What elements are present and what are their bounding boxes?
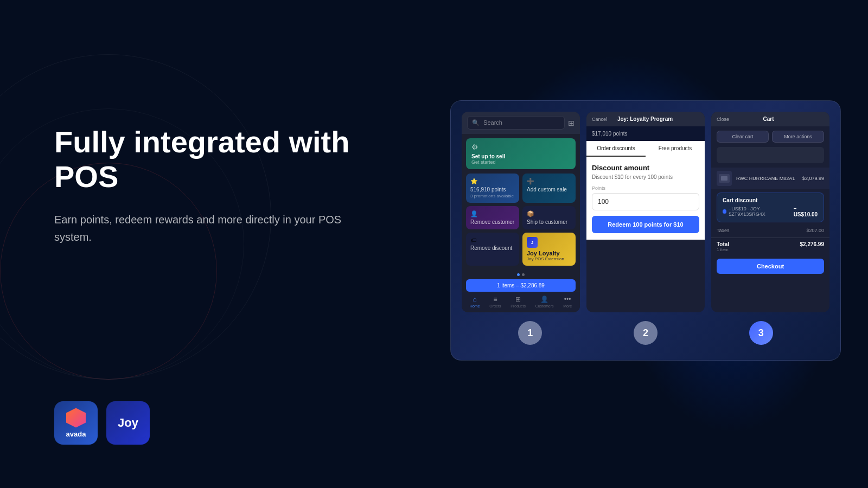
search-placeholder: Search [483, 119, 502, 126]
step-2: 2 [634, 321, 658, 345]
pos-header: 🔍 Search ⊞ [462, 112, 580, 134]
cart-actions: Clear cart More actions [711, 126, 829, 147]
pos-search[interactable]: 🔍 Search [467, 116, 565, 130]
joy-label: Joy [118, 416, 138, 430]
cart-header: Close Cart [711, 112, 829, 126]
more-icon: ••• [564, 296, 571, 303]
loyalty-tile[interactable]: ⭐ 516,910 points 3 promotions available [466, 174, 519, 203]
points-input[interactable]: 100 [592, 193, 699, 210]
left-content: Fully integrated with POS Earn points, r… [54, 125, 353, 246]
products-icon: ⊞ [515, 296, 521, 303]
avada-label: avada [66, 430, 86, 438]
orders-icon: ≡ [493, 296, 497, 303]
discount-icon: 🏷 [470, 237, 515, 243]
nav-customers[interactable]: 👤 Customers [535, 296, 554, 308]
cart-discount-title: Cart discount [723, 197, 818, 203]
loyalty-cancel-btn[interactable]: Cancel [592, 117, 607, 122]
nav-orders[interactable]: ≡ Orders [489, 296, 501, 308]
avada-icon [66, 408, 86, 428]
nav-more-label: More [563, 304, 572, 308]
pos-cart-bar[interactable]: 1 items – $2,286.89 [466, 279, 576, 292]
loyalty-program-title: Joy: Loyalty Program [617, 116, 673, 122]
tab-free-products[interactable]: Free products [646, 141, 705, 157]
tab-order-discounts[interactable]: Order discounts [586, 141, 646, 157]
loyalty-points-bar: $17,010 points [586, 126, 705, 141]
points-value: $17,010 points [592, 131, 628, 137]
subtitle: Earn points, redeem rewards and more dir… [54, 211, 353, 246]
product-img-icon [719, 174, 730, 183]
ship-to-customer-tile[interactable]: 📦 Ship to customer [522, 206, 576, 229]
discount-code: –US$10 · JOY-5ZT9X13SRG4X [729, 206, 791, 217]
remove-discount-tile[interactable]: 🏷 Remove discount [466, 233, 519, 266]
cart-close-btn[interactable]: Close [717, 117, 729, 122]
cart-discount-detail: –US$10 · JOY-5ZT9X13SRG4X –US$10.00 [723, 206, 818, 217]
product-price: $2,079.99 [802, 176, 824, 181]
nav-products[interactable]: ⊞ Products [510, 296, 526, 308]
step-1: 1 [518, 321, 542, 345]
product-image [717, 171, 732, 186]
loyalty-header: Cancel Joy: Loyalty Program [586, 112, 705, 126]
setup-title: Set up to sell [471, 153, 570, 159]
nav-more[interactable]: ••• More [563, 296, 572, 308]
customers-icon: 👤 [540, 296, 548, 303]
joy-icon: J [527, 237, 538, 248]
nav-home[interactable]: ⌂ Home [470, 296, 480, 308]
scan-icon: ⊞ [568, 119, 575, 127]
loyalty-promotions: 3 promotions available [470, 194, 515, 198]
remove-discount-label: Remove discount [470, 245, 515, 251]
cart-taxes-row: Taxes $207.00 [711, 226, 829, 235]
nav-home-label: Home [470, 304, 480, 308]
total-label-group: Total 1 item [717, 241, 729, 252]
discount-title: Discount amount [592, 164, 699, 172]
checkout-btn[interactable]: Checkout [717, 259, 824, 274]
main-title: Fully integrated with POS [54, 125, 353, 195]
cart-title: Cart [763, 116, 774, 122]
cart-screen: Close Cart Clear cart More actions RWC H… [711, 112, 829, 312]
partner-logos: avada Joy [54, 401, 150, 445]
remove-customer-tile[interactable]: 👤 Remove customer [466, 206, 519, 229]
step-1-label: 1 [527, 328, 533, 339]
svg-rect-1 [721, 176, 727, 181]
setup-icon: ⚙ [471, 143, 570, 151]
total-amount: $2,276.99 [800, 241, 825, 252]
loyalty-tabs: Order discounts Free products [586, 141, 705, 157]
discount-sub: Discount $10 for every 100 points [592, 174, 699, 180]
add-custom-sale-label: Add custom sale [527, 187, 571, 192]
product-name: RWC HURRICANE M82A1 [736, 176, 798, 181]
joy-logo: Joy [106, 401, 150, 445]
discount-dot [723, 209, 726, 214]
step-indicators: 1 2 3 [462, 312, 829, 349]
screens-row: 🔍 Search ⊞ ⚙ Set up to sell Get started … [462, 112, 829, 312]
showcase-container: 🔍 Search ⊞ ⚙ Set up to sell Get started … [450, 100, 841, 361]
joy-tile-sub: Joy POS Extension [527, 256, 571, 261]
points-input-label: Points [592, 185, 699, 191]
avada-logo: avada [54, 401, 98, 445]
step-3: 3 [749, 321, 773, 345]
redeem-btn[interactable]: Redeem 100 points for $10 [592, 216, 699, 233]
search-icon: 🔍 [472, 119, 480, 126]
cart-product-row: RWC HURRICANE M82A1 $2,079.99 [711, 168, 829, 189]
ship-icon: 📦 [527, 210, 571, 217]
discount-amount: –US$10.00 [794, 206, 818, 217]
loyalty-points: 516,910 points [470, 187, 515, 192]
joy-tile-title: Joy Loyalty [527, 250, 571, 256]
clear-cart-btn[interactable]: Clear cart [717, 131, 769, 143]
nav-products-label: Products [510, 304, 526, 308]
remove-customer-label: Remove customer [470, 219, 515, 225]
add-custom-sale-tile[interactable]: ➕ Add custom sale [522, 174, 576, 203]
loyalty-icon: ⭐ [470, 178, 515, 185]
joy-loyalty-tile[interactable]: J Joy Loyalty Joy POS Extension [522, 233, 576, 266]
ship-label: Ship to customer [527, 219, 571, 225]
cart-total-row: Total 1 item $2,276.99 [711, 237, 829, 255]
pos-grid: ⭐ 516,910 points 3 promotions available … [466, 174, 576, 266]
add-icon: ➕ [527, 178, 571, 185]
more-actions-btn[interactable]: More actions [772, 131, 824, 143]
step-3-label: 3 [758, 328, 764, 339]
total-label: Total [717, 241, 729, 247]
pos-screen: 🔍 Search ⊞ ⚙ Set up to sell Get started … [462, 112, 580, 312]
step-2-label: 2 [643, 328, 648, 339]
home-icon: ⌂ [473, 296, 477, 303]
nav-customers-label: Customers [535, 304, 554, 308]
pos-setup-btn[interactable]: ⚙ Set up to sell Get started [466, 138, 576, 169]
nav-orders-label: Orders [489, 304, 501, 308]
